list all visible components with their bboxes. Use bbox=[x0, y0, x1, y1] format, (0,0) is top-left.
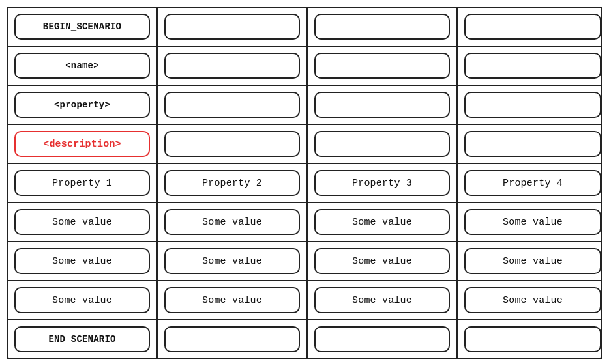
row-property: <property> bbox=[8, 86, 601, 125]
end-scenario: END_SCENARIO bbox=[8, 320, 158, 358]
begin-col4 bbox=[458, 8, 602, 46]
name-col3 bbox=[308, 47, 458, 85]
name-col2 bbox=[158, 47, 308, 85]
end-col4 bbox=[458, 320, 602, 358]
val1-col1-label: Some value bbox=[52, 217, 112, 228]
val3-col4-label: Some value bbox=[503, 295, 563, 306]
val3-col3: Some value bbox=[308, 281, 458, 319]
row-name: <name> bbox=[8, 47, 601, 86]
row-description: <description> bbox=[8, 125, 601, 164]
begin-col3 bbox=[308, 8, 458, 46]
prop2: Property 2 bbox=[158, 164, 308, 202]
end-col2 bbox=[158, 320, 308, 358]
val1-col4-label: Some value bbox=[503, 217, 563, 228]
val3-col3-label: Some value bbox=[352, 295, 412, 306]
prop4: Property 4 bbox=[458, 164, 602, 202]
val2-col4-label: Some value bbox=[503, 256, 563, 267]
val1-col1: Some value bbox=[8, 203, 158, 241]
description-col1-label: <description> bbox=[43, 139, 121, 150]
val3-col1: Some value bbox=[8, 281, 158, 319]
begin-scenario-label: BEGIN_SCENARIO bbox=[43, 21, 121, 32]
prop3-label: Property 3 bbox=[352, 178, 412, 189]
description-col3 bbox=[308, 125, 458, 163]
begin-scenario: BEGIN_SCENARIO bbox=[8, 8, 158, 46]
name-col4 bbox=[458, 47, 602, 85]
val3-col1-label: Some value bbox=[52, 295, 112, 306]
prop3: Property 3 bbox=[308, 164, 458, 202]
property-col2 bbox=[158, 86, 308, 124]
val2-col4: Some value bbox=[458, 242, 602, 280]
description-col4 bbox=[458, 125, 602, 163]
val2-col3-label: Some value bbox=[352, 256, 412, 267]
begin-col2 bbox=[158, 8, 308, 46]
prop1: Property 1 bbox=[8, 164, 158, 202]
val2-col1-label: Some value bbox=[52, 256, 112, 267]
property-col1-label: <property> bbox=[54, 100, 110, 110]
property-col4 bbox=[458, 86, 602, 124]
row-val1: Some valueSome valueSome valueSome value bbox=[8, 203, 601, 242]
row-props: Property 1Property 2Property 3Property 4 bbox=[8, 164, 601, 203]
description-col1: <description> bbox=[8, 125, 158, 163]
row-val3: Some valueSome valueSome valueSome value bbox=[8, 281, 601, 320]
row-end: END_SCENARIO bbox=[8, 320, 601, 358]
val1-col3-label: Some value bbox=[352, 217, 412, 228]
val2-col1: Some value bbox=[8, 242, 158, 280]
name-col1: <name> bbox=[8, 47, 158, 85]
row-begin: BEGIN_SCENARIO bbox=[8, 8, 601, 47]
val3-col2-label: Some value bbox=[202, 295, 262, 306]
name-col1-label: <name> bbox=[65, 61, 99, 71]
prop1-label: Property 1 bbox=[52, 178, 112, 189]
val1-col4: Some value bbox=[458, 203, 602, 241]
property-col1: <property> bbox=[8, 86, 158, 124]
val1-col2: Some value bbox=[158, 203, 308, 241]
val3-col4: Some value bbox=[458, 281, 602, 319]
val2-col2-label: Some value bbox=[202, 256, 262, 267]
val1-col2-label: Some value bbox=[202, 217, 262, 228]
scenario-grid: BEGIN_SCENARIO<name><property><descripti… bbox=[7, 7, 602, 359]
property-col3 bbox=[308, 86, 458, 124]
val3-col2: Some value bbox=[158, 281, 308, 319]
val2-col2: Some value bbox=[158, 242, 308, 280]
prop4-label: Property 4 bbox=[503, 178, 563, 189]
end-scenario-label: END_SCENARIO bbox=[48, 334, 115, 344]
end-col3 bbox=[308, 320, 458, 358]
description-col2 bbox=[158, 125, 308, 163]
val1-col3: Some value bbox=[308, 203, 458, 241]
val2-col3: Some value bbox=[308, 242, 458, 280]
row-val2: Some valueSome valueSome valueSome value bbox=[8, 242, 601, 281]
prop2-label: Property 2 bbox=[202, 178, 262, 189]
